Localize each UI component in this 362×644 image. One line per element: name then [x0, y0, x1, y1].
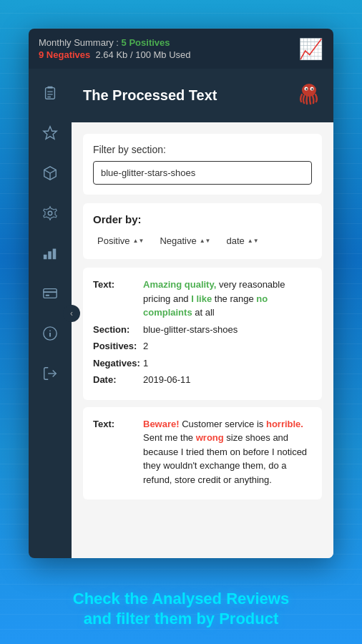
review-2-highlight-2: horrible.	[266, 419, 303, 429]
sidebar-item-clipboard[interactable]	[37, 80, 63, 106]
sidebar-item-info[interactable]	[37, 321, 63, 346]
review-card-2: Text: Beware! Customer service is horrib…	[83, 407, 322, 500]
text-label-2: Text:	[93, 417, 143, 487]
svg-point-9	[48, 211, 52, 215]
header-line2: 9 Negatives 2.64 Kb / 100 Mb Used	[39, 49, 191, 60]
date-label: Date:	[93, 373, 143, 387]
sidebar-item-barchart[interactable]	[37, 240, 63, 266]
sort-positive-button[interactable]: Positive ▲▼	[93, 233, 148, 249]
review-1-section-value: blue-glitter-stars-shoes	[143, 323, 312, 337]
svg-point-24	[311, 88, 313, 89]
svg-line-8	[50, 170, 56, 173]
review-1-text-value: Amazing quality, very reasonable pricing…	[143, 278, 312, 320]
order-section: Order by: Positive ▲▼ Negative ▲▼ date ▲	[83, 203, 322, 259]
caption-text: Check the Analysed Reviews and filter th…	[14, 589, 348, 630]
caption-line1: Check the Analysed Reviews	[73, 590, 289, 608]
content-panel: The Processed Text	[72, 69, 333, 558]
header-line1: Monthly Summary : 5 Positives	[39, 37, 191, 48]
sort-negative-label: Negative	[160, 235, 196, 246]
review-1-positives-value: 2	[143, 339, 312, 353]
review-2-text-field: Text: Beware! Customer service is horrib…	[93, 417, 312, 487]
sort-date-arrows: ▲▼	[248, 238, 259, 244]
order-buttons: Positive ▲▼ Negative ▲▼ date ▲▼	[93, 233, 312, 249]
svg-rect-10	[44, 255, 47, 259]
sidebar-item-logout[interactable]	[37, 361, 63, 386]
filter-section: Filter by section:	[83, 134, 322, 195]
bottom-caption: Check the Analysed Reviews and filter th…	[0, 589, 362, 630]
review-1-text-2: the range	[215, 293, 257, 304]
review-1-negatives-value: 1	[143, 356, 312, 371]
svg-point-23	[305, 88, 307, 89]
text-label: Text:	[93, 278, 143, 320]
review-1-text-field: Text: Amazing quality, very reasonable p…	[93, 278, 312, 320]
main-area: ‹	[29, 69, 333, 558]
review-1-highlight-1: Amazing quality,	[143, 279, 216, 290]
svg-marker-5	[44, 127, 57, 139]
octopus-icon	[296, 80, 322, 111]
header-stats: Monthly Summary : 5 Positives 9 Negative…	[39, 37, 191, 60]
negatives-count: 9 Negatives	[39, 49, 90, 60]
sidebar-item-cube[interactable]	[37, 160, 63, 186]
review-2-text-1: Customer service is	[182, 419, 266, 429]
monthly-summary-label: Monthly Summary :	[39, 37, 119, 48]
review-1-date-field: Date: 2019-06-11	[93, 373, 312, 387]
sort-negative-arrows: ▲▼	[200, 238, 211, 244]
app-container: Monthly Summary : 5 Positives 9 Negative…	[29, 29, 333, 558]
caption-line2: and filter them by Product	[84, 610, 279, 628]
content-body: Filter by section: Order by: Positive ▲▼…	[72, 122, 333, 558]
section-label: Section:	[93, 323, 143, 337]
sidebar-item-settings[interactable]	[37, 200, 63, 226]
sort-positive-arrows: ▲▼	[133, 238, 145, 244]
filter-input[interactable]	[93, 161, 312, 185]
filter-label: Filter by section:	[93, 144, 312, 155]
sidebar-collapse-arrow[interactable]: ‹	[63, 305, 80, 322]
sidebar-item-star[interactable]	[37, 120, 63, 146]
svg-point-20	[302, 84, 316, 97]
svg-rect-12	[53, 249, 57, 260]
review-card-1: Text: Amazing quality, very reasonable p…	[83, 268, 322, 400]
storage-info: 2.64 Kb / 100 Mb Used	[93, 49, 191, 60]
sort-date-button[interactable]: date ▲▼	[222, 233, 263, 249]
sort-positive-label: Positive	[97, 235, 130, 246]
sort-negative-button[interactable]: Negative ▲▼	[155, 233, 215, 249]
review-1-section-field: Section: blue-glitter-stars-shoes	[93, 323, 312, 337]
order-label: Order by:	[93, 213, 312, 225]
review-1-positives-field: Positives: 2	[93, 339, 312, 353]
positives-label: Positives:	[93, 339, 143, 353]
svg-rect-13	[44, 289, 57, 298]
review-2-text-2: Sent me the	[143, 432, 196, 443]
content-header: The Processed Text	[72, 69, 333, 122]
svg-point-18	[49, 330, 51, 331]
sort-date-label: date	[227, 235, 245, 246]
review-1-negatives-field: Negatives: 1	[93, 356, 312, 371]
positives-count: 5 Positives	[122, 37, 170, 48]
review-1-date-value: 2019-06-11	[143, 373, 312, 387]
content-title: The Processed Text	[83, 87, 217, 104]
svg-rect-15	[46, 295, 50, 296]
review-2-text-value: Beware! Customer service is horrible. Se…	[143, 417, 312, 487]
sidebar: ‹	[29, 69, 72, 558]
sidebar-item-card[interactable]	[37, 280, 63, 306]
review-1-text-3: at all	[195, 307, 214, 318]
review-1-highlight-2: I like	[191, 293, 212, 304]
header-bar: Monthly Summary : 5 Positives 9 Negative…	[29, 29, 333, 69]
svg-rect-11	[48, 251, 52, 259]
review-2-highlight-1: Beware!	[143, 419, 180, 429]
svg-line-7	[44, 170, 50, 173]
chart-trend-icon: 📈	[298, 37, 323, 61]
negatives-label: Negatives:	[93, 356, 143, 371]
review-2-highlight-3: wrong	[196, 432, 224, 443]
